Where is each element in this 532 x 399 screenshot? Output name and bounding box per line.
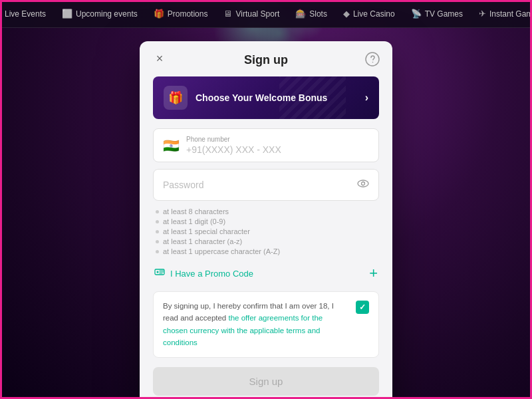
terms-box: By signing up, I hereby confirm that I a… bbox=[153, 291, 379, 358]
welcome-bonus-banner[interactable]: 🎁 Choose Your Welcome Bonus › bbox=[153, 76, 379, 119]
nav-upcoming-events-label: Upcoming events bbox=[76, 9, 138, 19]
req-item: at least 1 character (a-z) bbox=[156, 237, 376, 245]
nav-slots-label: Slots bbox=[309, 9, 327, 19]
req-dot bbox=[156, 210, 159, 213]
svg-point-5 bbox=[157, 271, 159, 273]
help-button[interactable] bbox=[363, 50, 382, 68]
req-text: at least 8 characters bbox=[163, 207, 229, 215]
svg-point-0 bbox=[366, 53, 379, 66]
svg-point-2 bbox=[358, 180, 368, 187]
promo-icon bbox=[154, 267, 165, 280]
signup-button[interactable]: Sign up bbox=[153, 367, 379, 396]
req-item: at least 8 characters bbox=[156, 207, 376, 215]
bonus-text: Choose Your Welcome Bonus bbox=[196, 92, 365, 103]
promo-code-row: I Have a Promo Code + bbox=[153, 265, 379, 282]
phone-placeholder: +91(XXXX) XXX - XXX bbox=[186, 144, 369, 155]
nav-upcoming-events[interactable]: ⬜ Upcoming events bbox=[55, 5, 144, 23]
svg-point-1 bbox=[372, 61, 374, 63]
req-item: at least 1 special character bbox=[156, 227, 376, 235]
promo-label: I Have a Promo Code bbox=[170, 269, 253, 279]
promotions-icon: 🎁 bbox=[154, 9, 164, 19]
live-casino-icon: ◆ bbox=[343, 9, 350, 19]
virtual-sport-icon: 🖥 bbox=[223, 9, 232, 19]
main-area: × Sign up 🎁 Choose Your Welcome Bonus › … bbox=[0, 28, 532, 399]
nav-live-events[interactable]: ⬛ Live Events bbox=[0, 5, 53, 23]
req-text: at least 1 special character bbox=[163, 227, 250, 235]
req-dot bbox=[156, 250, 159, 253]
nav-promotions-label: Promotions bbox=[168, 9, 208, 19]
nav-live-casino[interactable]: ◆ Live Casino bbox=[336, 5, 402, 23]
instant-games-icon: ✈ bbox=[479, 9, 486, 19]
req-dot bbox=[156, 220, 159, 223]
req-item: at least 1 uppercase character (A-Z) bbox=[156, 247, 376, 255]
phone-input-wrap: Phone number +91(XXXX) XXX - XXX bbox=[186, 136, 369, 155]
nav-slots[interactable]: 🎰 Slots bbox=[289, 5, 334, 23]
phone-input-group[interactable]: 🇮🇳 Phone number +91(XXXX) XXX - XXX bbox=[153, 128, 379, 162]
terms-checkbox[interactable]: ✓ bbox=[356, 301, 369, 314]
live-events-icon: ⬛ bbox=[0, 9, 1, 19]
nav-virtual-sport[interactable]: 🖥 Virtual Sport bbox=[217, 5, 286, 23]
nav-live-casino-label: Live Casino bbox=[353, 9, 395, 19]
signup-modal: × Sign up 🎁 Choose Your Welcome Bonus › … bbox=[140, 41, 392, 399]
terms-link[interactable]: the offer agreements for the chosen curr… bbox=[163, 314, 323, 346]
nav-live-events-label: Live Events bbox=[5, 9, 46, 19]
modal-title: Sign up bbox=[244, 53, 288, 67]
req-text: at least 1 uppercase character (A-Z) bbox=[163, 247, 280, 255]
req-text: at least 1 character (a-z) bbox=[163, 237, 242, 245]
bonus-chevron-icon: › bbox=[365, 92, 368, 104]
password-placeholder: Password bbox=[163, 180, 357, 190]
promo-add-button[interactable]: + bbox=[369, 265, 378, 282]
req-text: at least 1 digit (0-9) bbox=[163, 217, 225, 225]
nav-instant-games-label: Instant Games bbox=[489, 9, 532, 19]
checkmark-icon: ✓ bbox=[359, 303, 366, 312]
modal-body: 🎁 Choose Your Welcome Bonus › 🇮🇳 Phone n… bbox=[140, 76, 392, 399]
upcoming-events-icon: ⬜ bbox=[62, 9, 72, 19]
promo-code-toggle[interactable]: I Have a Promo Code bbox=[154, 267, 253, 280]
bonus-icon: 🎁 bbox=[164, 86, 188, 110]
modal-header: × Sign up bbox=[140, 41, 392, 76]
toggle-password-icon[interactable] bbox=[357, 178, 369, 192]
phone-label: Phone number bbox=[186, 136, 369, 143]
help-icon bbox=[365, 52, 380, 66]
password-input-group[interactable]: Password bbox=[153, 169, 379, 201]
close-button[interactable]: × bbox=[150, 50, 169, 68]
nav-instant-games[interactable]: ✈ Instant Games bbox=[472, 5, 532, 23]
terms-text: By signing up, I hereby confirm that I a… bbox=[163, 300, 349, 349]
password-requirements: at least 8 characters at least 1 digit (… bbox=[153, 207, 379, 255]
req-dot bbox=[156, 230, 159, 233]
slots-icon: 🎰 bbox=[295, 9, 306, 19]
country-flag: 🇮🇳 bbox=[163, 138, 180, 154]
tv-games-icon: 📡 bbox=[411, 9, 422, 19]
nav-promotions[interactable]: 🎁 Promotions bbox=[147, 5, 215, 23]
nav-tv-games[interactable]: 📡 TV Games bbox=[404, 5, 469, 23]
req-dot bbox=[156, 240, 159, 243]
svg-point-3 bbox=[362, 182, 365, 186]
nav-virtual-sport-label: Virtual Sport bbox=[235, 9, 279, 19]
navbar: ⬛ Live Events ⬜ Upcoming events 🎁 Promot… bbox=[0, 0, 532, 28]
req-item: at least 1 digit (0-9) bbox=[156, 217, 376, 225]
nav-tv-games-label: TV Games bbox=[425, 9, 463, 19]
